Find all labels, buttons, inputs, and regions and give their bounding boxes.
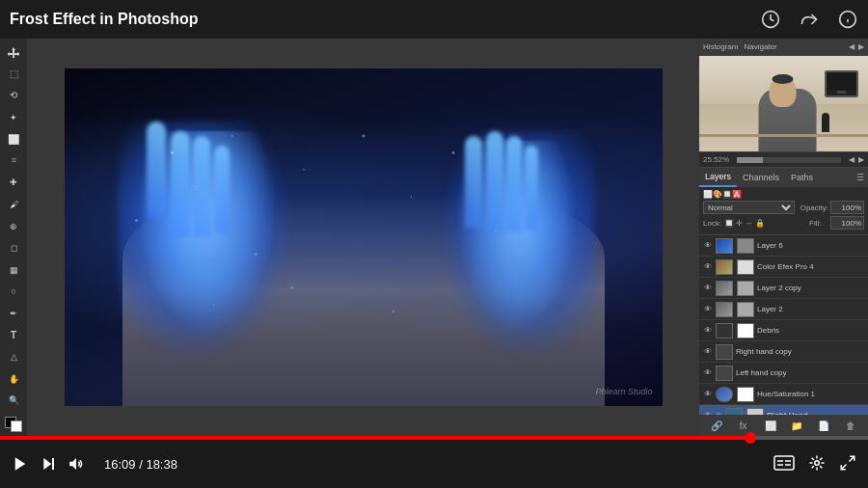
blend-mode-select[interactable]: Normal <box>703 201 795 214</box>
total-time: 18:38 <box>146 457 177 472</box>
foreground-background-color[interactable] <box>5 417 22 432</box>
share-icon[interactable] <box>799 9 820 30</box>
progress-thumb[interactable] <box>745 432 756 444</box>
add-mask-button[interactable]: ⬜ <box>763 418 778 433</box>
webcam-background <box>699 56 868 151</box>
lock-icons: 🔲 ✛ ↔ 🔒 <box>724 219 765 228</box>
layer-thumb-debris <box>716 323 733 339</box>
layer-item-debris[interactable]: 👁 Debris <box>699 320 868 341</box>
layer-item-righthandcopy[interactable]: 👁 Right hand copy <box>699 341 868 363</box>
add-fx-button[interactable]: fx <box>736 418 751 433</box>
main-content: ⬚ ⟲ ✦ ⬜ ⌗ ✚ 🖌 ⊕ ◻ ▦ ○ ✒ T △ ✋ 🔍 <box>0 39 868 436</box>
hand-tool[interactable]: ✋ <box>3 369 24 389</box>
layer-item-layer6[interactable]: 👁 Layer 6 <box>699 235 868 257</box>
crop-tool[interactable]: ⬜ <box>3 129 24 149</box>
clone-tool[interactable]: ⊕ <box>3 217 24 236</box>
layer-item-colorefex[interactable]: 👁 Color Efex Pro 4 <box>699 257 868 278</box>
healing-tool[interactable]: ✚ <box>3 174 24 193</box>
svg-line-16 <box>841 464 846 469</box>
layer-eye-layer2[interactable]: 👁 <box>703 305 713 314</box>
layer-name-huesat1: Hue/Saturation 1 <box>757 390 864 398</box>
tab-layers[interactable]: Layers <box>699 168 737 187</box>
layer-item-layer2[interactable]: 👁 Layer 2 <box>699 299 868 320</box>
layer-eye-layer2copy[interactable]: 👁 <box>703 284 713 293</box>
svg-marker-4 <box>8 47 19 58</box>
tab-channels[interactable]: Channels <box>737 168 785 187</box>
opacity-input[interactable] <box>830 201 864 214</box>
pen-tool[interactable]: ✒ <box>3 304 24 323</box>
eyedropper-tool[interactable]: ⌗ <box>3 151 24 171</box>
layer-eye-lefthandcopy[interactable]: 👁 <box>703 368 713 378</box>
next-button[interactable] <box>41 456 56 472</box>
layer-thumb-colorefex <box>716 259 733 275</box>
eraser-tool[interactable]: ◻ <box>3 238 24 258</box>
progress-fill <box>0 436 750 440</box>
video-image: Phlearn Studio <box>65 68 663 406</box>
fullscreen-button[interactable] <box>839 454 856 474</box>
tab-histogram[interactable]: Histogram <box>703 42 738 51</box>
right-panel: Histogram Navigator ◀ ▶ <box>699 39 868 436</box>
captions-button[interactable] <box>773 455 795 474</box>
layer-eye-colorefex[interactable]: 👁 <box>703 262 713 272</box>
gradient-tool[interactable]: ▦ <box>3 260 24 280</box>
svg-point-14 <box>815 460 820 465</box>
right-controls <box>773 454 856 474</box>
play-button[interactable] <box>12 455 29 473</box>
layer-name-righthandcopy: Right hand copy <box>736 347 864 356</box>
zoom-slider[interactable] <box>737 157 841 163</box>
move-tool[interactable] <box>3 42 24 62</box>
panel-arrow-left[interactable]: ◀ <box>849 42 854 51</box>
layer-item-lefthandcopy[interactable]: 👁 Left hand copy <box>699 363 868 384</box>
layers-menu-icon[interactable]: ☰ <box>856 173 868 182</box>
add-link-button[interactable]: 🔗 <box>709 418 724 433</box>
zoom-arrow-left[interactable]: ◀ <box>849 155 854 164</box>
tab-paths[interactable]: Paths <box>785 168 819 187</box>
panel-arrow-right[interactable]: ▶ <box>858 42 864 51</box>
layer-eye-righthandcopy[interactable]: 👁 <box>703 347 713 357</box>
left-controls: 16:09 / 18:38 <box>12 455 773 473</box>
layer-item-huesat1[interactable]: 👁 Hue/Saturation 1 <box>699 384 868 405</box>
path-tool[interactable]: △ <box>3 347 24 366</box>
delete-layer-button[interactable]: 🗑 <box>843 418 858 433</box>
zoom-level-text: 25.52% <box>703 155 729 164</box>
layer-item-righthand[interactable]: 👁 Right Hand <box>699 405 868 415</box>
layer-mask-layer2copy <box>737 281 754 296</box>
current-time: 16:09 <box>104 457 136 472</box>
magic-wand-tool[interactable]: ✦ <box>3 108 24 127</box>
webcam-monitor <box>825 70 858 97</box>
layers-lock-row: Lock: 🔲 ✛ ↔ 🔒 Fill: <box>703 216 864 230</box>
create-layer-button[interactable]: 📄 <box>816 418 831 433</box>
create-group-button[interactable]: 📁 <box>789 418 804 433</box>
info-icon[interactable] <box>837 9 858 30</box>
top-icons <box>760 9 858 30</box>
brush-tool[interactable]: 🖌 <box>3 195 24 214</box>
layers-mode-row: Normal Opacity: <box>703 201 864 214</box>
layer-eye-debris[interactable]: 👁 <box>703 326 713 336</box>
layer-eye-huesat1[interactable]: 👁 <box>703 390 713 399</box>
zoom-tool[interactable]: 🔍 <box>3 392 24 411</box>
layers-list: 👁 Layer 6 👁 Color Efex Pro 4 👁 Layer 2 c… <box>699 235 868 415</box>
zoom-arrow-right[interactable]: ▶ <box>858 155 864 164</box>
dodge-tool[interactable]: ○ <box>3 283 24 302</box>
tab-navigator[interactable]: Navigator <box>744 42 776 51</box>
volume-button[interactable] <box>68 455 85 473</box>
marquee-tool[interactable]: ⬚ <box>3 65 24 84</box>
layer-eye-layer6[interactable]: 👁 <box>703 241 713 251</box>
layer-mask-layer2 <box>737 302 754 317</box>
layer-mask-righthand <box>746 408 764 416</box>
layer-name-lefthandcopy: Left hand copy <box>736 368 864 377</box>
settings-button[interactable] <box>808 454 826 474</box>
layer-name-debris: Debris <box>757 326 864 335</box>
layer-item-layer2copy[interactable]: 👁 Layer 2 copy <box>699 278 868 299</box>
clock-icon[interactable] <box>760 9 781 30</box>
controls-row: 16:09 / 18:38 <box>0 440 868 488</box>
type-tool[interactable]: T <box>3 326 24 345</box>
bottom-bar: 16:09 / 18:38 <box>0 436 868 488</box>
progress-bar[interactable] <box>0 436 868 440</box>
lasso-tool[interactable]: ⟲ <box>3 86 24 105</box>
panel-nav-arrows: ◀ ▶ <box>849 42 864 51</box>
fill-input[interactable] <box>830 216 864 230</box>
layer-name-layer2copy: Layer 2 copy <box>757 284 864 292</box>
layers-footer: 🔗 fx ⬜ 📁 📄 🗑 <box>699 415 868 436</box>
canvas-area: Phlearn Studio <box>27 39 699 436</box>
